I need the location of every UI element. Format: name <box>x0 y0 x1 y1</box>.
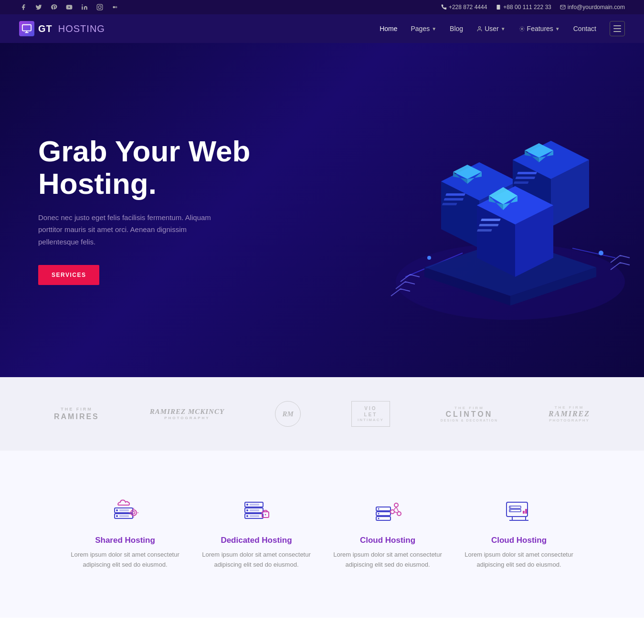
svg-point-70 <box>246 504 248 506</box>
svg-line-87 <box>394 507 396 510</box>
youtube-icon[interactable] <box>65 3 74 11</box>
svg-point-7 <box>498 8 499 9</box>
nav-blog[interactable]: Blog <box>450 25 463 32</box>
client-logo-rm: RM <box>275 401 301 427</box>
svg-point-5 <box>115 6 117 9</box>
hero-section: Grab Your Web Hosting. Donec nec justo e… <box>0 43 644 377</box>
svg-point-12 <box>521 28 522 29</box>
social-icons <box>19 3 119 11</box>
client-logo-ramirez: THE FIRM Ramirez PHOTOGRAPHY <box>549 405 590 422</box>
svg-point-58 <box>116 515 118 517</box>
svg-line-89 <box>394 512 397 513</box>
svg-point-82 <box>378 513 380 515</box>
service-cloud-hosting-2: Cloud Hosting Lorem ipsum dolor sit amet… <box>454 479 585 580</box>
svg-point-62 <box>133 512 135 514</box>
logo-gt: GT <box>38 23 53 34</box>
chevron-down-icon: ▼ <box>432 26 436 32</box>
svg-point-71 <box>246 509 248 511</box>
chevron-down-icon: ▼ <box>501 26 506 32</box>
cloud-hosting-2-icon <box>502 494 536 528</box>
settings-icon <box>519 26 525 32</box>
phone1: +228 872 4444 <box>441 4 487 11</box>
svg-rect-29 <box>445 193 465 196</box>
service-desc-cloud2: Lorem ipsum dolor sit amet consectetur a… <box>463 550 575 570</box>
logo-hosting: HOSTING <box>58 23 105 34</box>
hero-content: Grab Your Web Hosting. Donec nec justo e… <box>38 135 267 285</box>
nav-user[interactable]: User ▼ <box>476 25 505 32</box>
dedicated-hosting-icon <box>239 494 274 528</box>
cloud-hosting-1-icon <box>370 494 405 528</box>
svg-point-84 <box>394 503 398 507</box>
hero-subtitle: Donec nec justo eget felis facilisis fer… <box>38 211 220 248</box>
svg-point-2 <box>98 6 101 9</box>
svg-point-3 <box>101 5 102 6</box>
svg-point-86 <box>397 512 401 516</box>
svg-rect-1 <box>97 4 103 10</box>
top-bar: +228 872 4444 +88 00 111 222 33 info@you… <box>0 0 644 14</box>
clients-section: THE FIRM RAMIRES Ramirez McKincy PHOTOGR… <box>0 377 644 451</box>
svg-point-11 <box>478 26 480 28</box>
nav-contact[interactable]: Contact <box>573 25 596 32</box>
logo[interactable]: GT HOSTING <box>19 21 105 36</box>
service-desc-cloud1: Lorem ipsum dolor sit amet consectetur a… <box>332 550 444 570</box>
svg-point-72 <box>246 515 248 517</box>
svg-rect-30 <box>443 198 464 201</box>
main-nav: Home Pages ▼ Blog User ▼ Features ▼ Cont… <box>380 21 625 36</box>
svg-rect-94 <box>509 506 521 508</box>
client-logo-violet: VIO LET INTIMACY <box>351 401 390 427</box>
client-logo-clinton: THE FIRM CLINTON DESIGN & DECORATION <box>441 406 498 422</box>
logo-icon <box>19 21 34 36</box>
services-section: Shared Hosting Lorem ipsum dolor sit ame… <box>0 451 644 618</box>
svg-rect-74 <box>250 509 259 511</box>
facebook-icon[interactable] <box>19 3 28 11</box>
pinterest-icon[interactable] <box>50 3 58 11</box>
service-title-dedicated: Dedicated Hosting <box>221 536 292 545</box>
linkedin-icon[interactable] <box>80 3 89 11</box>
service-title-shared: Shared Hosting <box>95 536 155 545</box>
header: GT HOSTING Home Pages ▼ Blog User ▼ Feat… <box>0 14 644 43</box>
svg-rect-95 <box>509 509 521 512</box>
phone2: +88 00 111 222 33 <box>496 4 551 11</box>
email: info@yourdomain.com <box>560 4 625 11</box>
nav-pages[interactable]: Pages ▼ <box>411 25 436 32</box>
service-cloud-hosting-1: Cloud Hosting Lorem ipsum dolor sit amet… <box>322 479 454 580</box>
svg-rect-51 <box>477 229 492 232</box>
svg-rect-99 <box>525 509 527 514</box>
nav-home[interactable]: Home <box>380 25 397 32</box>
chevron-down-icon: ▼ <box>555 26 560 32</box>
svg-point-83 <box>378 518 380 519</box>
svg-rect-8 <box>22 25 31 31</box>
svg-rect-31 <box>442 203 457 205</box>
svg-point-0 <box>82 4 83 5</box>
svg-rect-60 <box>119 515 129 517</box>
service-shared-hosting: Shared Hosting Lorem ipsum dolor sit ame… <box>60 479 191 580</box>
svg-point-97 <box>510 510 511 511</box>
svg-rect-75 <box>250 515 259 517</box>
svg-rect-49 <box>481 219 501 221</box>
service-desc-dedicated: Lorem ipsum dolor sit amet consectetur a… <box>201 550 313 570</box>
hamburger-menu[interactable] <box>610 21 625 36</box>
nav-features[interactable]: Features ▼ <box>519 25 560 32</box>
svg-point-85 <box>391 510 394 514</box>
services-button[interactable]: SERVICES <box>38 265 99 285</box>
service-title-cloud2: Cloud Hosting <box>491 536 547 545</box>
user-icon <box>476 26 483 32</box>
svg-rect-39 <box>517 172 537 174</box>
flickr-icon[interactable] <box>111 3 119 11</box>
client-logo-ramires: THE FIRM RAMIRES <box>54 407 99 421</box>
shared-hosting-icon <box>108 494 142 528</box>
client-logo-ramirez-mckincy: Ramirez McKincy PHOTOGRAPHY <box>150 408 224 420</box>
svg-rect-59 <box>119 509 129 511</box>
svg-rect-40 <box>515 177 535 179</box>
contact-info: +228 872 4444 +88 00 111 222 33 info@you… <box>441 4 625 11</box>
svg-point-81 <box>378 508 380 510</box>
service-desc-shared: Lorem ipsum dolor sit amet consectetur a… <box>69 550 181 570</box>
twitter-icon[interactable] <box>34 3 43 11</box>
service-title-cloud1: Cloud Hosting <box>360 536 415 545</box>
hero-illustration <box>367 76 644 344</box>
svg-point-57 <box>116 509 118 511</box>
instagram-icon[interactable] <box>95 3 104 11</box>
svg-point-18 <box>599 251 603 255</box>
svg-rect-73 <box>250 504 259 506</box>
svg-point-77 <box>265 514 266 516</box>
